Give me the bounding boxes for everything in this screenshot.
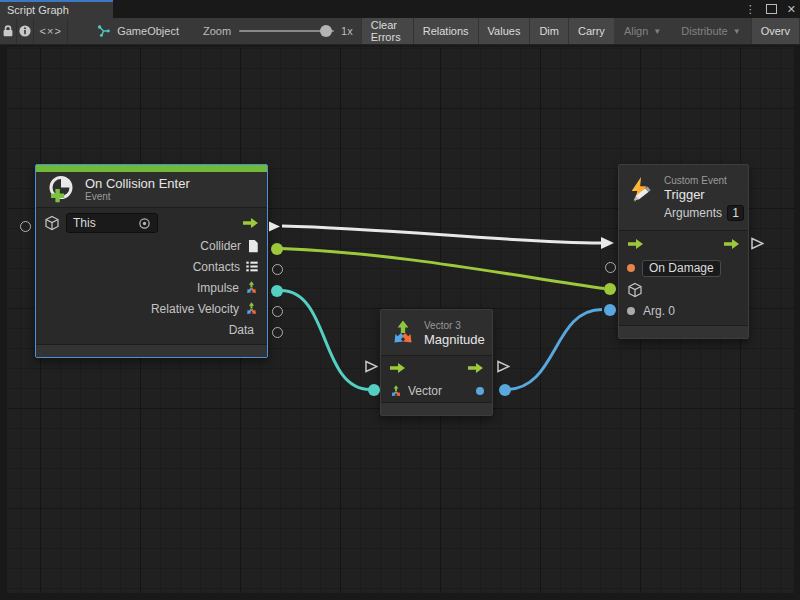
gameobject-cube-icon (627, 282, 643, 298)
vector3-icon (244, 280, 259, 295)
relations-button[interactable]: Relations (413, 18, 478, 45)
zoom-control: Zoom 1x (203, 25, 361, 37)
unity-visual-scripting-window: Script Graph ⋮ ✕ <×> (0, 0, 800, 600)
self-target-field[interactable]: This (66, 213, 158, 233)
flow-row (619, 231, 748, 257)
values-button[interactable]: Values (478, 18, 530, 45)
node-header: On Collision Enter Event (36, 172, 267, 208)
node-category: Custom Event (664, 174, 744, 187)
tab-bar: Script Graph ⋮ ✕ (0, 0, 800, 18)
node-title: Magnitude (424, 332, 485, 347)
window-menu-icon[interactable]: ⋮ (745, 3, 756, 16)
port-flow-output-unconnected[interactable] (751, 237, 764, 250)
flow-input-arrow-icon (627, 237, 644, 251)
port-event-target-input[interactable] (20, 221, 31, 232)
align-dropdown[interactable]: Align ▼ (614, 18, 671, 45)
graph-nodes-icon (96, 24, 111, 38)
lock-icon (1, 24, 15, 38)
chevron-down-icon: ▼ (733, 27, 741, 36)
node-header: Custom Event Trigger Arguments 1 (619, 165, 748, 231)
node-vector3-magnitude[interactable]: Vector 3 Magnitude Vector (380, 309, 493, 416)
arguments-label: Arguments (664, 206, 722, 220)
info-icon (18, 24, 32, 38)
port-flow-output-unconnected[interactable] (497, 360, 510, 373)
dim-button[interactable]: Dim (529, 18, 568, 45)
connection-collider-green[interactable] (281, 249, 604, 289)
custom-event-icon (627, 176, 657, 206)
node-category: Vector 3 (424, 319, 485, 332)
port-row-relative-velocity: Relative Velocity (36, 298, 267, 319)
port-vector-input[interactable] (368, 384, 380, 396)
port-magnitude-output[interactable] (499, 384, 511, 396)
port-relative-velocity-output[interactable] (272, 306, 283, 317)
chevron-down-icon: ▼ (653, 27, 661, 36)
info-button[interactable] (17, 18, 34, 45)
value-port-dot (627, 307, 635, 315)
collider-icon (246, 239, 259, 253)
port-collider-output[interactable] (271, 243, 283, 255)
port-row-collider: Collider (36, 235, 267, 256)
code-icon: <×> (40, 25, 62, 37)
flow-output-arrow-icon (242, 216, 259, 230)
carry-button[interactable]: Carry (568, 18, 614, 45)
connection-impulse-teal[interactable] (281, 291, 370, 390)
port-flow-output-connected[interactable] (268, 220, 281, 233)
graph-toolbar: <×> GameObject Zoom 1x Clear Errors Rela… (0, 18, 800, 45)
node-footer (619, 325, 748, 338)
list-icon (245, 260, 259, 273)
clear-errors-button[interactable]: Clear Errors (361, 18, 413, 45)
canvas-frame (0, 45, 800, 47)
node-custom-event-trigger[interactable]: Custom Event Trigger Arguments 1 (618, 164, 749, 339)
object-picker-icon[interactable] (138, 217, 151, 230)
zoom-label: Zoom (203, 25, 231, 37)
node-header: Vector 3 Magnitude (381, 310, 492, 356)
port-target-input[interactable] (604, 283, 616, 295)
lock-button[interactable] (0, 18, 17, 45)
flow-output-arrow-icon (467, 361, 484, 375)
node-title: Trigger (664, 187, 744, 202)
port-data-output[interactable] (272, 327, 283, 338)
gameobject-label: GameObject (117, 25, 179, 37)
vector3-icon (389, 384, 403, 398)
vector3-icon (244, 301, 259, 316)
node-footer (36, 344, 267, 357)
gameobject-cube-icon (44, 215, 60, 231)
port-event-name-input[interactable] (605, 262, 616, 273)
port-row-arg0: Arg. 0 (619, 300, 748, 321)
string-port-dot (627, 264, 635, 272)
port-row-impulse: Impulse (36, 277, 267, 298)
node-title: On Collision Enter (85, 176, 190, 191)
event-name-field[interactable]: On Damage (642, 260, 721, 277)
connection-flow-white[interactable] (282, 226, 602, 243)
arguments-count-field[interactable]: 1 (727, 205, 744, 221)
connection-magnitude-blue[interactable] (506, 310, 602, 390)
graph-canvas[interactable]: On Collision Enter Event This (0, 45, 800, 600)
canvas-frame (794, 45, 800, 600)
port-impulse-output[interactable] (271, 285, 283, 297)
port-row-contacts: Contacts (36, 256, 267, 277)
canvas-frame (0, 593, 800, 600)
tab-script-graph[interactable]: Script Graph (0, 0, 113, 18)
overview-button[interactable]: Overv (751, 18, 800, 45)
zoom-slider[interactable] (239, 30, 334, 32)
node-on-collision-enter[interactable]: On Collision Enter Event This (35, 164, 268, 358)
node-footer (381, 402, 492, 415)
port-contacts-output[interactable] (272, 264, 283, 275)
flow-input-arrow-icon (389, 361, 406, 375)
maximize-icon[interactable] (766, 4, 777, 14)
collision-event-icon (44, 174, 76, 206)
flow-output-arrow-icon (723, 237, 740, 251)
canvas-frame (0, 45, 7, 600)
port-row-event-name: On Damage (619, 257, 748, 279)
code-view-button[interactable]: <×> (34, 18, 68, 45)
event-entry-strip (36, 165, 267, 172)
gameobject-button[interactable]: GameObject (86, 18, 189, 45)
zoom-value: 1x (341, 25, 353, 37)
port-flow-input-unconnected[interactable] (365, 360, 378, 373)
tab-title: Script Graph (7, 4, 69, 16)
port-row-vector: Vector (381, 379, 492, 402)
close-icon[interactable]: ✕ (787, 3, 796, 16)
zoom-slider-handle[interactable] (320, 25, 332, 37)
port-arg0-input[interactable] (604, 304, 616, 316)
distribute-dropdown[interactable]: Distribute ▼ (671, 18, 750, 45)
